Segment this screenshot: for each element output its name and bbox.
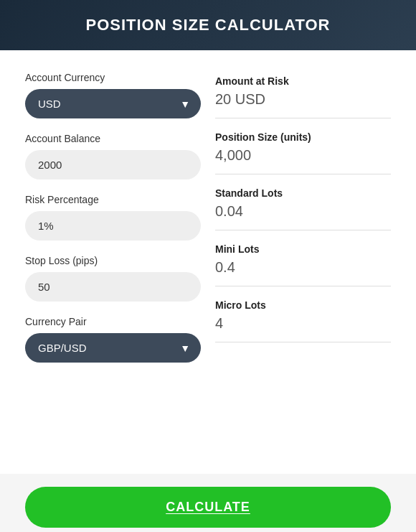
position-size-item: Position Size (units) 4,000 (215, 131, 391, 174)
stop-loss-input[interactable] (25, 272, 201, 302)
position-size-label: Position Size (units) (215, 131, 391, 143)
micro-lots-label: Micro Lots (215, 299, 391, 311)
account-currency-select-wrapper: USD EUR GBP JPY AUD ▼ (25, 89, 201, 118)
page-title: POSITION SIZE CALCULATOR (14, 16, 402, 34)
amount-at-risk-item: Amount at Risk 20 USD (215, 75, 391, 118)
stop-loss-group: Stop Loss (pips) (25, 255, 201, 302)
stop-loss-label: Stop Loss (pips) (25, 255, 201, 266)
right-panel: Amount at Risk 20 USD Position Size (uni… (215, 72, 391, 452)
standard-lots-label: Standard Lots (215, 187, 391, 199)
amount-at-risk-value: 20 USD (215, 91, 391, 108)
account-balance-input[interactable] (25, 150, 201, 179)
currency-pair-group: Currency Pair GBP/USD EUR/USD USD/JPY AU… (25, 316, 201, 363)
app-header: POSITION SIZE CALCULATOR (0, 0, 416, 50)
standard-lots-value: 0.04 (215, 203, 391, 220)
risk-percentage-label: Risk Percentage (25, 194, 201, 205)
standard-lots-item: Standard Lots 0.04 (215, 187, 391, 230)
account-currency-label: Account Currency (25, 72, 201, 83)
account-currency-group: Account Currency USD EUR GBP JPY AUD ▼ (25, 72, 201, 118)
mini-lots-value: 0.4 (215, 259, 391, 276)
micro-lots-item: Micro Lots 4 (215, 299, 391, 342)
account-balance-label: Account Balance (25, 133, 201, 144)
mini-lots-label: Mini Lots (215, 243, 391, 255)
position-size-value: 4,000 (215, 147, 391, 164)
micro-lots-value: 4 (215, 315, 391, 332)
currency-pair-select[interactable]: GBP/USD EUR/USD USD/JPY AUD/USD USD/CHF (25, 333, 201, 363)
left-panel: Account Currency USD EUR GBP JPY AUD ▼ A… (25, 72, 201, 452)
currency-pair-select-wrapper: GBP/USD EUR/USD USD/JPY AUD/USD USD/CHF … (25, 333, 201, 363)
risk-percentage-input[interactable] (25, 211, 201, 241)
main-content: Account Currency USD EUR GBP JPY AUD ▼ A… (0, 50, 416, 474)
calculate-bar: CALCULATE (0, 474, 416, 532)
amount-at-risk-label: Amount at Risk (215, 75, 391, 87)
account-balance-group: Account Balance (25, 133, 201, 179)
calculate-button[interactable]: CALCULATE (25, 487, 391, 528)
currency-pair-label: Currency Pair (25, 316, 201, 327)
risk-percentage-group: Risk Percentage (25, 194, 201, 241)
account-currency-select[interactable]: USD EUR GBP JPY AUD (25, 89, 201, 118)
mini-lots-item: Mini Lots 0.4 (215, 243, 391, 286)
